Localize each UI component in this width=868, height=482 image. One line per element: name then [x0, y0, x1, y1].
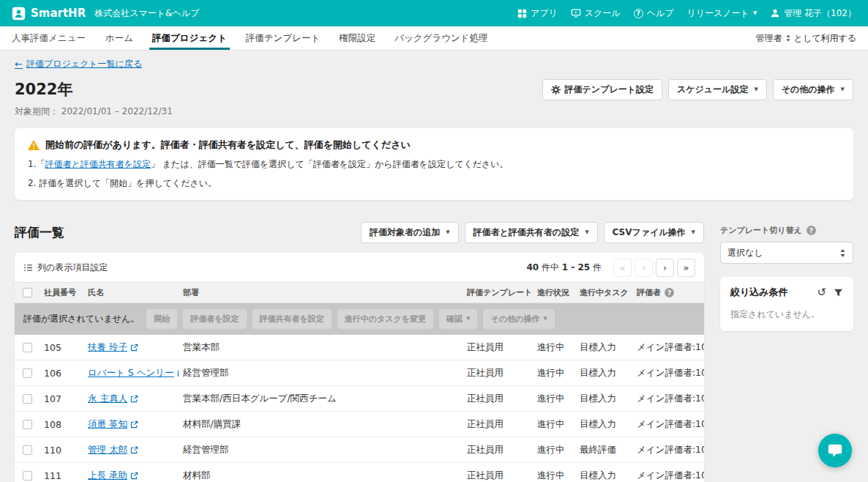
back-to-projects-link[interactable]: ← 評価プロジェクト一覧に戻る — [15, 58, 142, 70]
set-evaluators-button[interactable]: 評価者と評価共有者の設定 ▼ — [465, 222, 598, 243]
help-label: ヘルプ — [647, 7, 674, 20]
release-notes-menu-item[interactable]: リリースノート ▼ — [686, 7, 757, 20]
row-checkbox[interactable] — [23, 420, 32, 429]
table-header-row: 社員番号 氏名 部署 評価テンプレート 進行状況 進行中タスク 評価者 ? — [15, 282, 704, 303]
employee-name: ロバート S ヘンリー — [88, 367, 174, 379]
row-checkbox[interactable] — [23, 394, 32, 404]
csv-operations-button[interactable]: CSVファイル操作 ▼ — [604, 222, 704, 243]
page-content: ← 評価プロジェクト一覧に戻る 2022年 評価テンプレート設定 スケジュール設… — [0, 51, 868, 482]
chat-bubble-icon — [827, 442, 843, 459]
tab-background-jobs[interactable]: バックグラウンド処理 — [385, 26, 497, 50]
other-actions-label: その他の操作 — [782, 84, 835, 96]
brand-name: SmartHR — [31, 7, 86, 20]
task-cell: 目標入力 — [575, 341, 632, 354]
task-cell: 最終評価 — [575, 444, 632, 456]
employee-name-link[interactable]: 管理 太郎 — [88, 444, 138, 456]
template-cell: 正社員用 — [463, 444, 533, 456]
notice-step-1: 1.「評価者と評価共有者を設定」 または、評価一覧で評価を選択して「評価者を設定… — [28, 158, 840, 171]
table-row: 110 管理 太郎 経営管理部 — [15, 437, 704, 463]
set-evaluators-link[interactable]: 評価者と評価共有者を設定 — [45, 159, 151, 169]
bulk-confirm-button[interactable]: 確認 ▼ — [439, 309, 477, 329]
employee-name-link[interactable]: 扶養 玲子 — [88, 341, 138, 354]
employee-id-cell: 110 — [40, 445, 83, 456]
department-cell: 営業本部/西日本グループ/関西チーム — [179, 393, 463, 405]
apps-menu-item[interactable]: アプリ — [517, 7, 558, 20]
bulk-more-button[interactable]: その他の操作 ▼ — [483, 309, 554, 329]
task-cell: 目標入力 — [575, 393, 632, 405]
filter-header: 絞り込み条件 ↺ — [730, 286, 843, 299]
filter-title: 絞り込み条件 — [730, 286, 788, 299]
module-nav: 人事評価メニュー ホーム 評価プロジェクト 評価テンプレート 権限設定 バックグ… — [0, 26, 868, 51]
status-cell: 進行中 — [533, 367, 575, 379]
template-cell: 正社員用 — [463, 341, 533, 354]
tab-home[interactable]: ホーム — [96, 26, 143, 50]
row-checkbox[interactable] — [23, 471, 32, 481]
first-page-button[interactable]: « — [613, 259, 632, 277]
column-header-template: 評価テンプレート — [463, 287, 533, 298]
row-checkbox[interactable] — [23, 343, 32, 352]
help-menu-item[interactable]: ? ヘルプ — [634, 7, 674, 20]
schedule-settings-label: スケジュール設定 — [677, 84, 748, 96]
table-body: 105 扶養 玲子 営業本部 — [15, 335, 704, 482]
user-label: 管理 花子（102） — [784, 7, 856, 20]
school-icon — [571, 8, 581, 18]
next-page-button[interactable]: › — [656, 259, 674, 277]
column-header-department: 部署 — [179, 287, 463, 298]
warning-icon — [28, 140, 40, 150]
reset-filter-button[interactable]: ↺ — [817, 287, 826, 298]
chevron-down-icon: ▼ — [692, 230, 695, 235]
prev-page-button[interactable]: ‹ — [635, 259, 653, 277]
employee-name: 永 主真人 — [88, 393, 127, 405]
last-page-button[interactable]: » — [677, 259, 695, 277]
menu-title: 人事評価メニュー — [12, 26, 86, 50]
smarthr-logo[interactable]: SmartHR — [12, 7, 86, 21]
evaluator-cell: メイン評価者:102 管理 — [632, 341, 704, 354]
employee-name-link[interactable]: 上長 承助 — [88, 470, 138, 482]
column-header-name: 氏名 — [83, 287, 179, 298]
bulk-start-button[interactable]: 開始 — [146, 309, 177, 329]
role-switcher[interactable]: 管理者 として利用する — [756, 26, 856, 50]
department-cell: 材料部 — [179, 470, 463, 482]
chevron-down-icon: ▼ — [585, 230, 588, 235]
tab-evaluation-templates[interactable]: 評価テンプレート — [236, 26, 329, 50]
select-all-checkbox[interactable] — [23, 288, 32, 297]
chat-launcher-button[interactable] — [818, 434, 852, 467]
evaluator-cell: メイン評価者:102 管理 — [632, 393, 704, 405]
notice-title-text: 開始前の評価があります。評価者・評価共有者を設定して、評価を開始してください — [45, 138, 411, 152]
chevron-down-icon: ▼ — [753, 11, 757, 16]
user-menu-item[interactable]: 管理 花子（102） — [770, 7, 856, 20]
help-icon[interactable]: ? — [807, 226, 816, 235]
bulk-change-task-button[interactable]: 進行中のタスクを変更 — [337, 309, 433, 329]
school-menu-item[interactable]: スクール — [571, 7, 621, 20]
help-icon[interactable]: ? — [665, 288, 674, 297]
bulk-set-sharer-button[interactable]: 評価共有者を設定 — [252, 309, 332, 329]
template-cell: 正社員用 — [463, 418, 533, 431]
employee-name-link[interactable]: 須磨 英知 — [88, 418, 138, 431]
employee-id-cell: 111 — [40, 470, 83, 481]
user-icon — [770, 8, 780, 18]
global-header: SmartHR 株式会社スマート&ヘルプ アプリ スクール ? ヘルプ リリー — [0, 0, 868, 26]
count-unit: 件 — [593, 262, 602, 272]
filter-funnel-button[interactable] — [834, 288, 843, 297]
schedule-settings-button[interactable]: スケジュール設定 ▼ — [668, 79, 767, 100]
evaluation-list-area: 評価一覧 評価対象者の追加 ▼ 評価者と評価共有者の設定 ▼ CSVファイル操作 — [15, 222, 704, 482]
employee-name-link[interactable]: ロバート S ヘンリー — [88, 367, 179, 379]
column-settings-button[interactable]: 列の表示項目設定 — [23, 262, 108, 274]
table-row: 105 扶養 玲子 営業本部 — [15, 335, 704, 360]
row-checkbox[interactable] — [23, 368, 32, 378]
tab-permission-settings[interactable]: 権限設定 — [329, 26, 385, 50]
department-cell: 経営管理部 — [179, 444, 463, 456]
template-settings-button[interactable]: 評価テンプレート設定 — [542, 79, 662, 100]
chevron-down-icon: ▼ — [754, 87, 757, 92]
employee-name-link[interactable]: 永 主真人 — [88, 393, 138, 405]
row-checkbox[interactable] — [23, 445, 32, 455]
filter-empty-message: 指定されていません。 — [730, 308, 843, 321]
list-heading: 評価一覧 — [15, 224, 64, 241]
other-actions-button[interactable]: その他の操作 ▼ — [773, 79, 853, 100]
set-evaluators-label: 評価者と評価共有者の設定 — [474, 226, 580, 239]
template-select[interactable]: 選択なし — [720, 242, 853, 264]
target-period: 対象期間： 2022/01/01 – 2022/12/31 — [15, 105, 853, 118]
bulk-set-evaluator-button[interactable]: 評価者を設定 — [183, 309, 246, 329]
add-subjects-button[interactable]: 評価対象者の追加 ▼ — [361, 222, 459, 243]
tab-evaluation-projects[interactable]: 評価プロジェクト — [143, 26, 236, 50]
